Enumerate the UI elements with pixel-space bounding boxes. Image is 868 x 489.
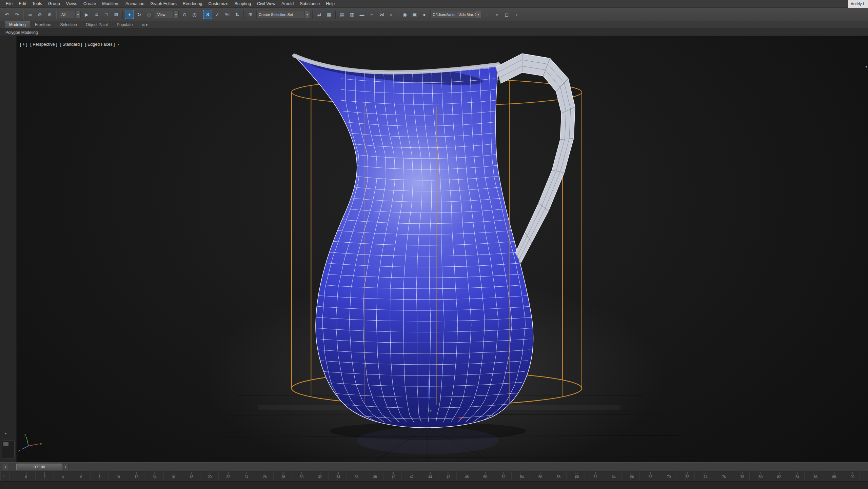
frame-tick-label: 56 [538, 475, 542, 479]
redo-button[interactable]: ↷ [12, 10, 21, 19]
menu-file[interactable]: File [3, 0, 16, 7]
previous-frame-button[interactable]: ‹ [3, 464, 8, 470]
select-and-manipulate-button[interactable]: ◎ [190, 10, 199, 19]
frame-tick-label: 46 [447, 475, 450, 479]
select-by-name-icon: ≡ [95, 12, 98, 17]
rendered-frame-window-button[interactable]: ▣ [410, 10, 419, 19]
viewport-general-menu[interactable]: [ + ] [20, 42, 27, 47]
display-toggle-button[interactable]: ◦ [512, 10, 521, 19]
undo-button[interactable]: ↶ [2, 10, 12, 19]
reference-coordinate-dropdown-chevron-icon[interactable]: ▾ [173, 11, 178, 18]
select-and-move-button[interactable]: + [125, 10, 134, 19]
curve-editor-button[interactable]: ~ [367, 10, 376, 19]
project-folder-combo-chevron-icon[interactable]: ▾ [476, 11, 481, 18]
track-bar[interactable]: « 02468101214161820222426283032343638404… [0, 471, 868, 481]
toolbar-separator [335, 11, 336, 19]
render-setup-button[interactable]: ◉ [400, 10, 409, 19]
viewport-canvas[interactable]: x y z [0, 36, 868, 462]
frame-tick [687, 472, 688, 474]
viewport-layout-tab[interactable] [2, 441, 15, 459]
menu-arnold[interactable]: Arnold [278, 0, 297, 7]
select-object-button[interactable]: ▶ [82, 10, 91, 19]
toolbar-separator [398, 11, 398, 19]
select-and-scale-button[interactable]: ◇ [144, 10, 154, 19]
render-production-icon: ● [423, 12, 426, 17]
selection-filter-dropdown[interactable]: All▾ [59, 11, 81, 18]
tab-object-paint[interactable]: Object Paint [82, 21, 112, 28]
toggle-scene-explorer-button[interactable]: ▤ [338, 10, 347, 19]
menu-tools[interactable]: Tools [29, 0, 45, 7]
menu-views[interactable]: Views [63, 0, 80, 7]
select-and-link-button[interactable]: ∞ [25, 10, 35, 19]
next-frame-button[interactable]: › [63, 464, 68, 470]
ribbon-options-icon[interactable]: ▭ [142, 23, 145, 27]
viewport-shading-menu[interactable]: [ Standard ] [60, 42, 82, 47]
toggle-layer-explorer-button[interactable]: ▥ [348, 10, 357, 19]
menu-modifiers[interactable]: Modifiers [99, 0, 122, 7]
angle-snap-toggle-button[interactable]: ∠ [213, 10, 222, 19]
align-button[interactable]: ▦ [324, 10, 334, 19]
named-selection-set-combo[interactable]: Create Selection Set▾ [256, 11, 310, 18]
menu-create[interactable]: Create [80, 0, 99, 7]
viewport-display-mode-menu[interactable]: [ Edged Faces ] [85, 42, 115, 47]
menu-civil-view[interactable]: Civil View [254, 0, 278, 7]
perspective-viewport[interactable]: x y z ▸ [ + ] [ Perspective ] [ Standard… [0, 36, 868, 462]
named-selection-set-combo-chevron-icon[interactable]: ▾ [304, 11, 310, 18]
select-and-manipulate-icon: ◎ [192, 12, 196, 17]
tab-modeling[interactable]: Modeling [5, 21, 30, 28]
command-panel-collapsed-arrow[interactable]: ◂ [865, 64, 867, 69]
tab-selection[interactable]: Selection [56, 21, 81, 28]
menu-help[interactable]: Help [323, 0, 338, 7]
render-in-cloud-button[interactable]: ◌ [482, 10, 492, 19]
viewport-layout-tabs-toggle[interactable]: ▸ [5, 431, 7, 435]
render-production-button[interactable]: ● [420, 10, 429, 19]
menu-edit[interactable]: Edit [16, 0, 29, 7]
menu-customize[interactable]: Customize [205, 0, 231, 7]
time-slider-track[interactable]: ‹ 0 / 100 › [0, 462, 868, 471]
menu-group[interactable]: Group [45, 0, 63, 7]
material-editor-button[interactable]: ◐ [387, 10, 396, 19]
frame-tick [650, 472, 651, 474]
ribbon-panel-strip[interactable]: Polygon Modeling [0, 28, 868, 36]
viewport-pov-menu[interactable]: [ Perspective ] [30, 42, 57, 47]
use-pivot-center-button[interactable]: ⊙ [180, 10, 189, 19]
menu-scripting[interactable]: Scripting [231, 0, 254, 7]
polygon-modeling-panel-title[interactable]: Polygon Modeling [0, 30, 38, 35]
select-by-name-button[interactable]: ≡ [92, 10, 101, 19]
isolate-selection-button[interactable]: ◻ [502, 10, 511, 19]
selection-filter-dropdown-chevron-icon[interactable]: ▾ [75, 11, 80, 18]
unlink-selection-button[interactable]: ⊘ [35, 10, 44, 19]
spinner-snap-toggle-button[interactable]: ⇅ [233, 10, 242, 19]
schematic-view-button[interactable]: ⋈ [377, 10, 386, 19]
menu-graph-editors[interactable]: Graph Editors [147, 0, 180, 7]
bind-to-space-warp-button[interactable]: ⊕ [45, 10, 54, 19]
reference-coordinate-dropdown[interactable]: View▾ [155, 11, 179, 18]
snaps-toggle-button[interactable]: 3 [203, 10, 212, 19]
menu-substance[interactable]: Substance [297, 0, 323, 7]
frame-tick [816, 472, 816, 474]
select-and-scale-icon: ◇ [147, 12, 151, 17]
window-crossing-toggle-button[interactable]: ⊠ [112, 10, 121, 19]
menu-animation[interactable]: Animation [122, 0, 147, 7]
render-history-button[interactable]: ▫ [492, 10, 501, 19]
time-slider-handle[interactable]: 0 / 100 [16, 464, 62, 470]
project-folder-combo[interactable]: C:\Users\andr...\3ds Max 202▾ [430, 11, 481, 18]
select-and-rotate-button[interactable]: ↻ [135, 10, 144, 19]
frame-tick-label: 60 [575, 475, 579, 479]
unlink-selection-icon: ⊘ [38, 12, 42, 17]
tab-freeform[interactable]: Freeform [31, 21, 56, 28]
mirror-button[interactable]: ⇄ [315, 10, 324, 19]
use-pivot-center-icon: ⊙ [183, 12, 187, 17]
axis-y-label: y [24, 433, 26, 436]
edit-named-selection-sets-button[interactable]: ⊞ [246, 10, 255, 19]
rectangular-selection-region-button[interactable]: □ [102, 10, 111, 19]
trackbar-filter-icon[interactable]: « [3, 474, 5, 478]
ribbon-options-chevron-icon[interactable]: ▾ [146, 23, 147, 27]
viewport-label-chevron-icon[interactable]: ▾ [118, 43, 120, 46]
frame-tick-label: 20 [208, 475, 212, 479]
menu-rendering[interactable]: Rendering [180, 0, 205, 7]
percent-snap-toggle-button[interactable]: % [223, 10, 232, 19]
toggle-ribbon-button[interactable]: ▬ [357, 10, 367, 19]
tab-populate[interactable]: Populate [113, 21, 137, 28]
user-account-button[interactable]: Andriy L [848, 0, 868, 8]
